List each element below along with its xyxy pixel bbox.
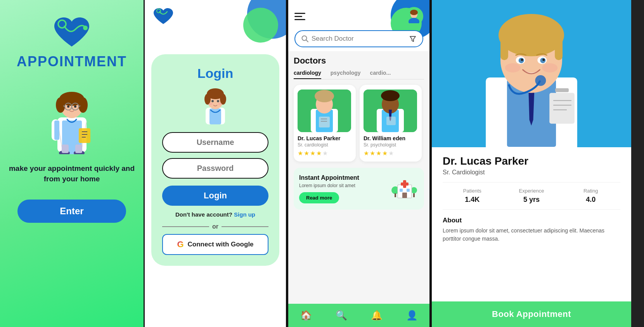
username-input[interactable]	[162, 132, 268, 153]
doctor-name-1: Dr. Lucas Parker	[298, 135, 341, 141]
star-4: ★	[316, 150, 322, 157]
svg-rect-20	[54, 120, 59, 140]
google-connect-button[interactable]: G Connect with Google	[162, 234, 268, 255]
doctor-card-image-1	[298, 89, 351, 132]
doctor-name-detail: Dr. Lucas Parker	[443, 155, 620, 167]
svg-rect-15	[79, 128, 90, 143]
svg-rect-48	[319, 117, 330, 127]
svg-point-80	[521, 59, 523, 61]
heart-stethoscope-icon	[50, 15, 93, 50]
svg-point-1	[83, 26, 88, 30]
logo-icon	[152, 7, 175, 26]
book-appointment-button[interactable]: Book Appointment	[432, 301, 631, 327]
star-2: ★	[370, 150, 375, 157]
svg-point-7	[78, 97, 88, 113]
stats-row: Patients 1.4K Experience 5 yrs Rating 4.…	[443, 182, 620, 210]
svg-point-38	[410, 10, 418, 15]
svg-marker-42	[410, 36, 415, 41]
hamburger-line-3	[294, 19, 305, 20]
avatar-icon	[407, 9, 421, 23]
panel3-header	[288, 0, 429, 51]
star-3: ★	[376, 150, 381, 157]
hospital-building-icon	[391, 174, 419, 202]
search-bar	[294, 30, 423, 47]
svg-line-41	[306, 40, 308, 42]
login-button[interactable]: Login	[162, 186, 268, 206]
login-logo	[152, 7, 175, 26]
svg-rect-64	[401, 182, 409, 186]
stat-patients-value: 1.4K	[465, 196, 480, 204]
search-input[interactable]	[312, 35, 406, 43]
doctor-detail-screen: Dr. Lucas Parker Sr. Cardiologist Patien…	[431, 0, 631, 327]
nav-search-icon[interactable]: 🔍	[336, 310, 347, 321]
svg-point-89	[542, 63, 557, 72]
google-btn-label: Connect with Google	[188, 241, 254, 248]
svg-point-13	[67, 105, 69, 108]
instant-title: Instant Appointment	[299, 174, 359, 181]
top-decoration-green	[243, 8, 278, 43]
stat-experience-label: Experience	[519, 188, 544, 194]
enter-button[interactable]: Enter	[17, 200, 126, 223]
star-1: ★	[298, 150, 303, 157]
doctor-card-2[interactable]: Dr. William eden Sr. psychologist ★ ★ ★ …	[360, 85, 422, 162]
tab-psychology[interactable]: psychology	[331, 70, 361, 79]
splash-tagline: make your appointment quickly and from y…	[8, 164, 136, 184]
or-line-left	[162, 226, 209, 227]
google-g-icon: G	[177, 239, 184, 250]
stat-rating-label: Rating	[583, 188, 598, 194]
svg-rect-74	[500, 35, 508, 60]
tab-cardiology[interactable]: cardiology	[294, 70, 321, 79]
star-1: ★	[364, 150, 369, 157]
password-input[interactable]	[162, 158, 268, 179]
doctor-spec-2: Sr. psychologist	[364, 142, 396, 148]
signup-link[interactable]: Sign up	[234, 211, 255, 218]
svg-rect-23	[62, 145, 69, 153]
doctor-card-image-2	[364, 89, 417, 132]
svg-rect-84	[555, 88, 569, 92]
login-card: Login	[151, 54, 279, 266]
hamburger-menu-icon[interactable]	[294, 13, 305, 20]
about-title: About	[443, 217, 620, 224]
nav-bell-icon[interactable]: 🔔	[371, 310, 383, 321]
svg-point-47	[315, 90, 334, 102]
svg-point-33	[217, 100, 219, 102]
svg-rect-66	[407, 189, 410, 192]
doctor-list-screen: Doctors cardiology psychology cardio...	[287, 0, 431, 327]
dr-william-eden-image	[364, 89, 417, 132]
svg-point-35	[218, 103, 222, 105]
doctor-name-2: Dr. William eden	[364, 135, 405, 141]
dr-lucas-parker-image	[298, 89, 351, 132]
svg-rect-57	[386, 117, 396, 125]
doctor-hero-image	[432, 0, 631, 147]
stat-patients-label: Patients	[463, 188, 481, 194]
doctor-cards-row: Dr. Lucas Parker Sr. cardiologist ★ ★ ★ …	[294, 85, 424, 162]
login-screen: Login	[144, 0, 287, 327]
doctors-section-title: Doctors	[294, 56, 424, 66]
svg-point-82	[535, 75, 546, 86]
nav-person-icon[interactable]: 👤	[406, 310, 418, 321]
read-more-button[interactable]: Read more	[299, 192, 339, 203]
login-title: Login	[197, 66, 234, 81]
svg-rect-24	[75, 145, 82, 153]
stat-experience-value: 5 yrs	[523, 196, 540, 204]
stat-rating: Rating 4.0	[561, 188, 620, 204]
svg-point-34	[209, 103, 213, 105]
star-3: ★	[310, 150, 315, 157]
filter-icon[interactable]	[409, 35, 416, 42]
splash-screen: APPOINTMENT	[0, 0, 144, 327]
user-avatar[interactable]	[405, 7, 423, 26]
doctor-spec-1: Sr. cardiologist	[298, 142, 328, 148]
doctor-stars-1: ★ ★ ★ ★ ★	[298, 150, 328, 157]
svg-rect-67	[402, 193, 407, 198]
svg-point-55	[381, 90, 400, 101]
nav-home-icon[interactable]: 🏠	[300, 310, 312, 321]
or-divider: or	[162, 223, 268, 230]
tab-cardio-more[interactable]: cardio...	[370, 70, 391, 79]
hamburger-line-1	[294, 13, 305, 14]
search-icon	[301, 35, 308, 42]
svg-rect-61	[413, 193, 415, 197]
doctor-card-1[interactable]: Dr. Lucas Parker Sr. cardiologist ★ ★ ★ …	[294, 85, 356, 162]
stat-rating-value: 4.0	[586, 196, 596, 204]
svg-rect-59	[395, 193, 396, 197]
doctor-stars-2: ★ ★ ★ ★ ★	[364, 150, 394, 157]
